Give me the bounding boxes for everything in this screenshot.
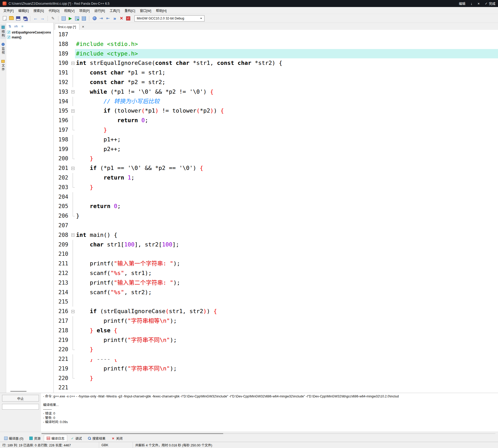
line-number[interactable]: 207 <box>54 221 71 230</box>
refresh-icon[interactable] <box>20 24 25 29</box>
line-number[interactable]: 214 <box>54 288 71 297</box>
fold-marker[interactable] <box>71 106 75 116</box>
fold-marker[interactable] <box>71 163 75 173</box>
line-number[interactable]: 220 <box>54 345 71 354</box>
code-line[interactable]: 193 while (*p1 != '\0' && *p2 != '\0') { <box>54 87 498 97</box>
line-number[interactable]: 219 <box>54 364 71 374</box>
menu-item[interactable]: 搜索[S] <box>31 7 46 14</box>
tab-first-c-cpp[interactable]: first.c.cpp [*] <box>55 24 79 30</box>
line-number[interactable]: 189 <box>54 49 71 59</box>
code-line[interactable]: 221 <box>54 383 498 392</box>
edit-mode-label[interactable]: 编辑 <box>459 1 465 6</box>
line-number[interactable]: 213 <box>54 278 71 288</box>
menu-item[interactable]: 代码[O] <box>46 7 62 14</box>
code-line[interactable]: 216 if (strEqualIgnoreCase(str1, str2)) … <box>54 307 498 316</box>
code-line[interactable]: 194 // 转换为小写后比较 <box>54 97 498 106</box>
sort-by-type-icon[interactable] <box>8 24 12 29</box>
code-line[interactable]: 202 return 1; <box>54 173 498 183</box>
code-line[interactable]: 189#include <ctype.h> <box>54 49 498 59</box>
line-number[interactable]: 217 <box>54 316 71 326</box>
line-number[interactable]: 209 <box>54 240 71 250</box>
line-number[interactable]: 200 <box>54 154 71 163</box>
debug-icon[interactable] <box>91 15 98 22</box>
fold-marker[interactable] <box>71 58 75 68</box>
line-number[interactable]: 198 <box>54 135 71 144</box>
structure-panel-hscrollbar[interactable] <box>6 390 53 393</box>
rebuild-icon[interactable] <box>81 15 87 22</box>
compile-icon[interactable] <box>60 15 67 22</box>
code-line[interactable]: 221 } ---- { <box>54 354 498 364</box>
code-line[interactable]: 209 char str1[100], str2[100]; <box>54 240 498 250</box>
code-line[interactable]: 191 const char *p1 = str1; <box>54 68 498 78</box>
menu-item[interactable]: 窗口[W] <box>138 7 154 14</box>
bottom-tab-close-bottom[interactable]: 关闭 <box>109 435 125 442</box>
fold-marker[interactable] <box>71 87 75 97</box>
code-editor[interactable]: 187188#include <stdio.h>189#include <cty… <box>54 30 498 393</box>
compile-run-icon[interactable] <box>74 15 80 22</box>
menu-item[interactable]: 运行[R] <box>92 7 107 14</box>
line-number[interactable]: 191 <box>54 68 71 78</box>
structure-item[interactable]: fmain() <box>7 35 53 40</box>
abort-button[interactable]: 中止 <box>2 395 39 402</box>
tab-close-icon[interactable]: × <box>82 25 84 29</box>
code-line[interactable]: 200 } <box>54 154 498 163</box>
line-number[interactable]: 211 <box>54 259 71 268</box>
code-line[interactable]: 212 scanf("%s", str1); <box>54 268 498 278</box>
line-number[interactable]: 196 <box>54 116 71 125</box>
syntax-check-icon[interactable] <box>125 15 131 22</box>
code-line[interactable]: 208int main() { <box>54 230 498 240</box>
code-line[interactable]: 198 p1++; <box>54 135 498 144</box>
scrollbar-thumb[interactable] <box>10 391 26 392</box>
pencil-icon[interactable] <box>50 15 56 22</box>
code-line[interactable]: 195 if (tolower(*p1) != tolower(*p2)) { <box>54 106 498 116</box>
line-number[interactable]: 197 <box>54 125 71 135</box>
open-file-icon[interactable] <box>8 15 15 22</box>
menu-item[interactable]: 视图[V] <box>62 7 77 14</box>
forward-icon[interactable] <box>39 15 45 22</box>
code-line[interactable]: 220 } <box>54 374 498 383</box>
code-line[interactable]: 219 printf("字符串不同\n"); <box>54 364 498 374</box>
bottom-tab-compile-log[interactable]: 编译日志 <box>44 435 67 442</box>
line-number[interactable]: 210 <box>54 249 71 259</box>
continue-icon[interactable] <box>112 15 118 22</box>
line-number[interactable]: 204 <box>54 192 71 202</box>
line-number[interactable]: 199 <box>54 144 71 154</box>
code-line[interactable]: 211 printf("输入第一个字符串: "); <box>54 259 498 268</box>
code-line[interactable]: 217 printf("字符串相等\n"); <box>54 316 498 326</box>
code-line[interactable]: 192 const char *p2 = str2; <box>54 78 498 87</box>
code-line[interactable]: 190int strEqualIgnoreCase(const char *st… <box>54 58 498 68</box>
line-number[interactable]: 206 <box>54 211 71 221</box>
structure-item[interactable]: fstrEqualIgnoreCase(cons <box>7 30 53 35</box>
bottom-tab-search-results[interactable]: 搜索结果 <box>85 435 108 442</box>
code-line[interactable]: 210 <box>54 249 498 259</box>
line-number[interactable]: 192 <box>54 78 71 87</box>
line-number[interactable]: 193 <box>54 87 71 97</box>
compile-log-output[interactable]: - 命令: g++.exe -x c++ - -fsyntax-only -Wa… <box>41 393 498 432</box>
line-number[interactable]: 219 <box>54 335 71 345</box>
download-icon[interactable]: ↓ <box>470 2 472 5</box>
new-file-icon[interactable] <box>2 15 8 22</box>
bottom-tab-resources[interactable]: 资源 <box>27 435 43 442</box>
code-line[interactable]: 218 } else { <box>54 326 498 335</box>
line-number[interactable]: 201 <box>54 163 71 173</box>
line-number[interactable]: 220 <box>54 374 71 383</box>
menu-item[interactable]: 工具[T] <box>107 7 122 14</box>
line-number[interactable]: 194 <box>54 97 71 106</box>
menu-item[interactable]: 文件[F] <box>1 7 16 14</box>
line-number[interactable]: 190 <box>54 58 71 68</box>
code-line[interactable]: 203 } <box>54 183 498 192</box>
code-line[interactable]: 206} <box>54 211 498 221</box>
line-number[interactable]: 202 <box>54 173 71 183</box>
line-number[interactable]: 195 <box>54 106 71 116</box>
step-over-icon[interactable] <box>98 15 104 22</box>
step-into-icon[interactable] <box>105 15 111 22</box>
code-line[interactable]: 215 <box>54 297 498 307</box>
line-number[interactable]: 221 <box>54 354 71 364</box>
line-number[interactable]: 212 <box>54 268 71 278</box>
line-number[interactable]: 188 <box>54 39 71 49</box>
code-line[interactable]: 207 <box>54 221 498 230</box>
menu-item[interactable]: 项目[P] <box>77 7 92 14</box>
side-tab-watch[interactable]: 监视 <box>0 42 6 56</box>
menu-item[interactable]: 重构[C] <box>122 7 138 14</box>
line-number[interactable]: 205 <box>54 202 71 211</box>
